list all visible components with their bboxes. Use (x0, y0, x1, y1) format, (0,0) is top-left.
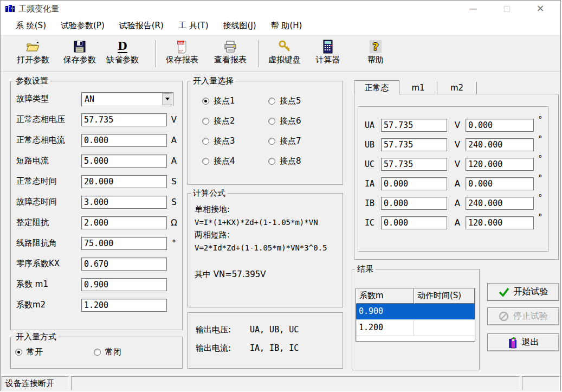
key-icon (277, 38, 292, 55)
normal-state-time-input[interactable] (81, 175, 167, 188)
radio-contact-4[interactable]: 接点4 (202, 156, 268, 166)
radio-contact-1[interactable]: 接点1 (202, 96, 268, 106)
help-button[interactable]: ? 帮助 (356, 38, 395, 69)
open-params-button[interactable]: 打开参数 (14, 38, 53, 69)
phasor-name: UA (365, 120, 381, 130)
line-impedance-angle-input[interactable] (81, 237, 167, 250)
coeff-m1-input[interactable] (81, 278, 167, 291)
menu-system[interactable]: 系 统(S) (16, 21, 46, 31)
degree-symbol: ° (538, 213, 542, 222)
virtual-keyboard-button[interactable]: 虚拟键盘 (265, 38, 304, 69)
start-test-label: 开始试验 (514, 286, 548, 298)
menu-test-report[interactable]: 试验报告(R) (119, 21, 164, 31)
param-row: 系数 m1 (16, 274, 182, 295)
param-unit: A (167, 136, 181, 145)
toolbar-label: 保存报表 (166, 55, 198, 65)
state-tabstrip: 正常态 m1 m2 (354, 80, 559, 94)
radio-normally-open[interactable]: 常开 (15, 347, 43, 357)
radio-icon (94, 349, 101, 356)
radio-contact-5[interactable]: 接点5 (268, 96, 334, 106)
ia-angle-input[interactable] (466, 177, 534, 190)
toolbar-label: 缺省参数 (106, 55, 139, 65)
exit-button[interactable]: 退出 (487, 333, 559, 351)
save-params-button[interactable]: 保存参数 (60, 38, 99, 69)
status-connection: 设备连接断开 (2, 376, 69, 390)
coeff-m2-input[interactable] (81, 299, 167, 312)
degree-symbol: ° (538, 155, 542, 163)
param-label: 故障态时间 (16, 197, 81, 207)
ua-angle-input[interactable] (466, 119, 534, 132)
param-unit: A (167, 156, 181, 166)
column-header-coeff-m[interactable]: 系数m (356, 288, 414, 304)
menu-test-params[interactable]: 试验参数(P) (61, 21, 105, 31)
calculator-button[interactable]: 计算器 (308, 38, 347, 69)
output-voltage-value: UA, UB, UC (250, 325, 299, 335)
minimize-button[interactable]: — (456, 1, 490, 17)
normal-phase-current-input[interactable] (81, 134, 167, 147)
menu-tools[interactable]: 工 具(T) (178, 21, 209, 31)
cell-action-time (414, 304, 475, 319)
fault-state-time-input[interactable] (81, 196, 167, 209)
view-report-button[interactable]: 查看报表 (211, 38, 250, 69)
ic-angle-input[interactable] (466, 216, 534, 229)
default-params-button[interactable]: D 缺省参数 (103, 38, 142, 69)
phasor-row-ia: IA A ° (358, 174, 548, 194)
column-header-action-time[interactable]: 动作时间(S) (414, 288, 475, 304)
radio-icon (202, 98, 209, 105)
ua-magnitude-input[interactable] (381, 119, 447, 132)
table-row[interactable]: 0.900 (356, 304, 475, 320)
normal-phase-voltage-input[interactable] (81, 113, 167, 126)
maximize-icon (504, 6, 510, 12)
phasor-unit: V (454, 120, 461, 130)
radio-icon (202, 158, 209, 165)
zero-seq-coeff-input[interactable] (81, 258, 167, 271)
uc-angle-input[interactable] (466, 158, 534, 171)
radio-normally-closed[interactable]: 常闭 (94, 347, 121, 357)
formula-heading-single-phase: 单相接地: (195, 201, 343, 218)
tab-m2[interactable]: m2 (437, 82, 477, 94)
maximize-button[interactable] (490, 1, 524, 17)
formula-group: 计算公式 单相接地: V=I*(1+KX)*Zd+(1-1.05*m)*VN 两… (188, 189, 343, 307)
menu-wiring-diagram[interactable]: 接线图(J) (223, 21, 256, 31)
ib-angle-input[interactable] (466, 197, 534, 210)
state-tab-panel: UA V ° UB V ° UC V (354, 94, 559, 260)
calculator-icon (322, 38, 334, 55)
app-icon (5, 4, 15, 13)
stop-test-button[interactable]: 停止试验 (487, 307, 559, 325)
param-label: 正常态时间 (16, 176, 81, 187)
short-circuit-current-input[interactable] (81, 155, 167, 168)
tab-normal-state[interactable]: 正常态 (354, 80, 399, 95)
radio-contact-2[interactable]: 接点2 (202, 116, 268, 126)
formula-heading-two-phase: 两相短路: (195, 227, 343, 243)
table-row[interactable]: 1.200 (356, 320, 475, 336)
start-test-button[interactable]: 开始试验 (487, 283, 559, 301)
set-impedance-input[interactable] (81, 216, 167, 229)
ib-magnitude-input[interactable] (381, 197, 447, 210)
radio-label: 接点4 (214, 156, 235, 166)
radio-label: 常闭 (105, 347, 121, 357)
radio-contact-6[interactable]: 接点6 (268, 116, 334, 126)
save-report-button[interactable]: EXL 保存报表 (163, 38, 202, 69)
exit-label: 退出 (522, 337, 539, 348)
combobox-dropdown-button[interactable] (162, 93, 172, 105)
cell-coeff-m: 1.200 (356, 320, 414, 336)
radio-contact-3[interactable]: 接点3 (202, 136, 268, 146)
ia-magnitude-input[interactable] (381, 177, 447, 190)
close-button[interactable]: ✕ (524, 1, 557, 17)
uc-magnitude-input[interactable] (381, 158, 447, 171)
fault-type-combobox[interactable]: AN (81, 92, 173, 106)
cell-coeff-m: 0.900 (356, 304, 414, 319)
radio-contact-7[interactable]: 接点7 (268, 136, 334, 146)
radio-label: 接点8 (280, 156, 301, 166)
menu-help[interactable]: 帮 助(H) (271, 21, 302, 31)
ub-angle-input[interactable] (466, 138, 534, 151)
formula-two-phase: V=2*Id*Zd+(1-1.05*m)*VN*3^0.5 (195, 243, 343, 252)
statusbar: 设备连接断开 (1, 374, 560, 391)
ub-magnitude-input[interactable] (381, 138, 447, 151)
chevron-down-icon (165, 98, 170, 100)
close-icon: ✕ (536, 4, 544, 14)
input-mode-group: 开入量方式 常开 常闭 (10, 332, 183, 369)
radio-contact-8[interactable]: 接点8 (268, 156, 334, 166)
tab-m1[interactable]: m1 (399, 82, 437, 94)
ic-magnitude-input[interactable] (381, 216, 447, 229)
